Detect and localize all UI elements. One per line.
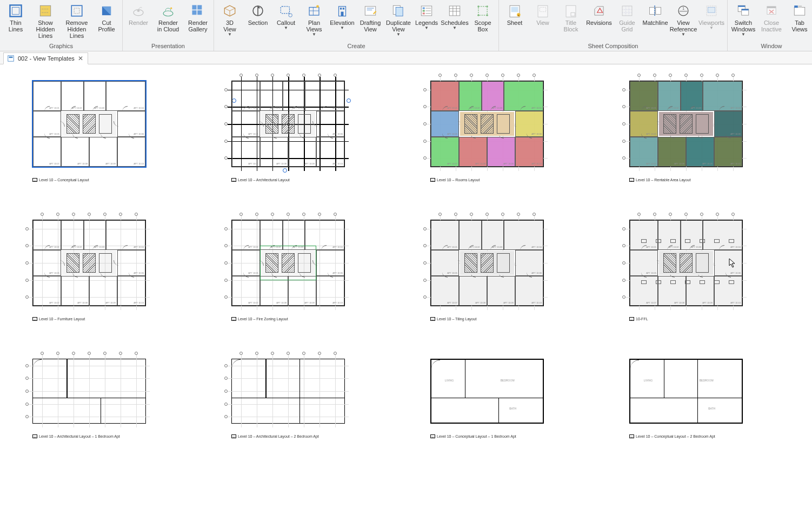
furniture-icon (685, 280, 690, 284)
fire-zone-overlay (260, 246, 316, 280)
cut-profile-button[interactable]: Cut Profile (93, 1, 120, 35)
sheet-viewport[interactable]: APT 10.01APT 10.02APT 10.03APT 10.04APT … (32, 220, 183, 321)
plan-views-button[interactable]: Plan Views▼ (301, 1, 328, 38)
switch-windows-button[interactable]: Switch Windows▼ (730, 1, 757, 38)
sheet-viewport[interactable]: ▭Level 10 – Architectural Layout – 1 Bed… (32, 359, 183, 438)
title-block-label: Title Block (564, 19, 578, 32)
unit-label: APT 10.07 (248, 301, 258, 304)
guide-grid-button: Guide Grid (614, 1, 641, 35)
floor-plan-view[interactable]: APT 10.01APT 10.02APT 10.03APT 10.04APT … (430, 220, 544, 306)
sheet-button[interactable]: ★Sheet (501, 1, 528, 28)
view-title-text: Level 10 – Architectural Layout – 1 Bedr… (39, 434, 120, 438)
tab-close-icon[interactable]: ✕ (78, 55, 83, 62)
floor-plan-view[interactable]: APT 10.01APT 10.02APT 10.03APT 10.04APT … (629, 81, 743, 167)
svg-rect-85 (798, 5, 802, 8)
sheet-viewport[interactable]: APT 10.01APT 10.02APT 10.03APT 10.04APT … (32, 81, 183, 182)
view-title: ▭Level 10 – Conceptual Layout – 2 Bedroo… (629, 434, 780, 438)
unit-room: APT 10.04 (703, 81, 742, 111)
viewport-tag-icon: ▭ (430, 434, 435, 438)
section-button[interactable]: Section (244, 1, 271, 28)
ribbon-group-label: Sheet Composition (501, 42, 725, 51)
unit-room: APT 10.09 (487, 276, 515, 306)
floor-plan-view[interactable]: APT 10.01APT 10.02APT 10.03APT 10.04APT … (430, 81, 544, 167)
sheet-viewport[interactable]: ▭Level 10 – Architectural Layout – 2 Bed… (231, 359, 382, 438)
furniture-icon (685, 239, 690, 243)
tab-views-label: Tab Views (791, 19, 807, 32)
plan-views-label: Plan Views (306, 19, 322, 32)
floor-plan-view[interactable]: APT 10.01APT 10.02APT 10.03APT 10.04APT … (32, 220, 146, 306)
sheet-tab-icon (7, 55, 15, 62)
thin-lines-button[interactable]: Thin Lines (2, 1, 29, 35)
sheet-viewport[interactable]: BEDROOMLIVINGBATH▭Level 10 – Conceptual … (629, 359, 780, 438)
unit-label: APT 10.09 (702, 162, 713, 165)
tab-views-button[interactable]: Tab Views (786, 1, 812, 35)
unit-label: APT 10.06 (730, 133, 741, 135)
view-title: ▭Level 10 – Conceptual Layout – 1 Bedroo… (430, 434, 581, 438)
scope-box-button[interactable]: Scope Box (469, 1, 496, 35)
view-reference-icon: 1 (676, 3, 691, 18)
unit-room: APT 10.10 (714, 137, 742, 167)
unit-room: APT 10.08 (658, 137, 686, 167)
matchline-label: Matchline (642, 19, 668, 26)
floor-plan-view[interactable]: BEDROOMLIVINGBATH (430, 359, 544, 424)
show-hidden-icon (38, 3, 53, 18)
duplicate-view-button[interactable]: Duplicate View▼ (385, 1, 412, 38)
unit-label: APT 10.09 (304, 162, 315, 165)
sheet-viewport[interactable]: APT 10.01APT 10.02APT 10.03APT 10.04APT … (629, 220, 780, 321)
unit-label: APT 10.05 (646, 272, 656, 274)
legends-icon (419, 3, 434, 18)
view-title-text: Level 10 – Architectural Layout (238, 178, 290, 182)
render-cloud-button[interactable]: Render in Cloud (153, 1, 183, 35)
core (659, 251, 713, 275)
viewport-tag-icon: ▭ (629, 434, 634, 438)
thin-lines-label: Thin Lines (9, 19, 23, 32)
floor-plan-view[interactable] (32, 359, 146, 424)
render-gallery-icon (190, 3, 205, 18)
floor-plan-view[interactable]: APT 10.01APT 10.02APT 10.03APT 10.04APT … (32, 81, 146, 167)
remove-hidden-button[interactable]: Remove Hidden Lines (62, 1, 92, 41)
matchline-button[interactable]: Matchline (642, 1, 669, 28)
sheet-viewport[interactable]: APT 10.01APT 10.02APT 10.03APT 10.04APT … (430, 81, 581, 182)
dropdown-arrow-icon: ▼ (340, 27, 344, 30)
3d-view-icon (222, 3, 237, 18)
floor-plan-view[interactable]: APT 10.01APT 10.02APT 10.03APT 10.04APT … (629, 220, 743, 306)
floor-plan-view[interactable]: APT 10.01APT 10.02APT 10.03APT 10.04APT … (231, 220, 345, 306)
furniture-icon (714, 280, 720, 284)
sheet-canvas[interactable]: APT 10.01APT 10.02APT 10.03APT 10.04APT … (0, 64, 812, 514)
svg-rect-62 (622, 6, 632, 16)
sheet-viewport[interactable]: APT 10.01APT 10.02APT 10.03APT 10.04APT … (430, 220, 581, 321)
revisions-button[interactable]: Revisions (585, 1, 613, 28)
view-reference-button[interactable]: 1View Reference▼ (670, 1, 697, 38)
schedules-button[interactable]: Schedules▼ (441, 1, 468, 32)
legends-button[interactable]: Legends▼ (413, 1, 440, 32)
svg-rect-83 (794, 8, 805, 16)
switch-windows-label: Switch Windows (731, 19, 756, 32)
title-block-icon (563, 3, 578, 18)
show-hidden-button[interactable]: Show Hidden Lines (30, 1, 61, 41)
sheet-viewport[interactable]: APT 10.01APT 10.02APT 10.03APT 10.04APT … (231, 220, 382, 321)
sheet-viewport[interactable]: BEDROOMLIVINGBATH▭Level 10 – Conceptual … (430, 359, 581, 438)
floor-plan-view[interactable] (231, 359, 345, 424)
active-view-tab[interactable]: 002 - View Templates ✕ (3, 52, 88, 64)
elevation-button[interactable]: Elevation▼ (329, 1, 356, 32)
render-gallery-button[interactable]: Render Gallery (184, 1, 211, 35)
matchline-icon (648, 3, 663, 18)
sheet-viewport[interactable]: APT 10.01APT 10.02APT 10.03APT 10.04APT … (231, 81, 382, 182)
unit-label: APT 10.01 (49, 246, 59, 248)
floor-plan-view[interactable]: BEDROOMLIVINGBATH (629, 359, 743, 424)
svg-point-20 (289, 14, 292, 17)
ribbon: Thin LinesShow Hidden LinesRemove Hidden… (0, 0, 812, 51)
floor-plan-view[interactable]: APT 10.01APT 10.02APT 10.03APT 10.04APT … (231, 81, 345, 167)
scope-box-label: Scope Box (474, 19, 491, 32)
svg-rect-74 (708, 8, 715, 13)
3d-view-button[interactable]: 3D View▼ (216, 1, 243, 38)
callout-button[interactable]: Callout▼ (272, 1, 299, 32)
unit-label: APT 10.06 (332, 272, 343, 274)
svg-rect-28 (343, 8, 344, 9)
core (62, 251, 116, 275)
furniture-icon (656, 280, 661, 284)
drafting-view-button[interactable]: Drafting View (357, 1, 384, 35)
sheet-viewport[interactable]: APT 10.01APT 10.02APT 10.03APT 10.04APT … (629, 81, 780, 182)
sheet-icon: ★ (507, 3, 522, 18)
scope-box-icon (475, 3, 490, 18)
